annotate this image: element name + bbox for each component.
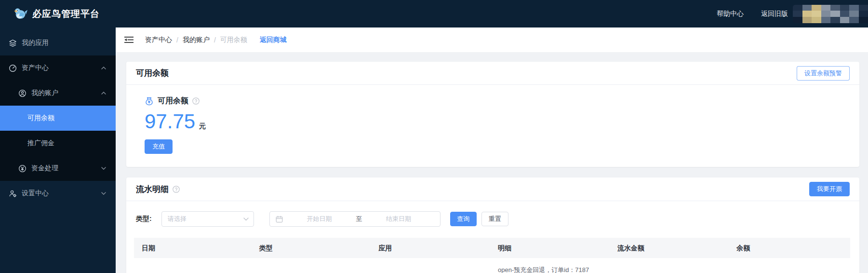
- start-date-placeholder: 开始日期: [283, 215, 356, 223]
- sidebar-item-label: 设置中心: [22, 189, 49, 198]
- sidebar-item-label: 推广佣金: [27, 139, 54, 148]
- help-center-link[interactable]: 帮助中心: [717, 10, 744, 18]
- column-header-detail: 明细: [492, 238, 612, 258]
- page-content: 可用余额 设置余额预警 可用余额: [116, 52, 868, 273]
- column-header-balance: 余额: [731, 238, 850, 258]
- cell-type: [254, 258, 373, 273]
- sidebar-item-my-apps[interactable]: 我的应用: [0, 30, 116, 55]
- calendar-icon: [276, 216, 283, 223]
- sidebar-item-settings-center[interactable]: 设置中心: [0, 181, 116, 206]
- chevron-down-icon: [243, 218, 249, 221]
- sidebar-item-label: 可用余额: [27, 114, 54, 123]
- app-title: 必应鸟管理平台: [32, 8, 100, 20]
- cell-detail: open-预充金回退，订单id：7187: [492, 258, 612, 273]
- user-gear-icon: [9, 190, 17, 198]
- table-header-row: 日期 类型 应用 明细 流水金额 余额: [134, 238, 850, 258]
- menu-fold-icon[interactable]: [124, 36, 134, 43]
- chevron-up-icon: [101, 92, 106, 95]
- logo-bird-icon: [13, 7, 28, 21]
- cell-app: [373, 258, 492, 273]
- statement-card-title: 流水明细: [136, 184, 169, 195]
- cell-balance: [731, 258, 850, 273]
- sidebar-item-fund-processing[interactable]: 资金处理: [0, 156, 116, 181]
- brand: 必应鸟管理平台: [13, 7, 100, 21]
- cell-date: [134, 258, 254, 273]
- query-button[interactable]: 查询: [450, 212, 477, 226]
- chevron-down-icon: [101, 192, 106, 195]
- recharge-button[interactable]: 充值: [145, 139, 173, 154]
- balance-label: 可用余额: [158, 96, 188, 106]
- request-invoice-button[interactable]: 我要开票: [809, 182, 850, 196]
- column-header-amount: 流水金额: [612, 238, 731, 258]
- help-question-icon[interactable]: [173, 186, 180, 193]
- end-date-placeholder: 结束日期: [362, 215, 435, 223]
- user-circle-icon: [18, 89, 27, 97]
- breadcrumb-my-account[interactable]: 我的账户: [183, 36, 210, 44]
- breadcrumb-separator: /: [176, 36, 178, 44]
- breadcrumb-bar: 资产中心 / 我的账户 / 可用余额 返回商城: [116, 27, 868, 52]
- select-placeholder: 请选择: [168, 215, 243, 223]
- balance-unit: 元: [199, 122, 206, 131]
- column-header-type: 类型: [254, 238, 373, 258]
- top-header: 必应鸟管理平台 帮助中心 返回旧版: [0, 0, 868, 27]
- column-header-date: 日期: [134, 238, 254, 258]
- date-range-picker[interactable]: 开始日期 至 结束日期: [269, 211, 441, 227]
- balance-card: 可用余额 设置余额预警 可用余额: [126, 62, 859, 167]
- breadcrumb-separator: /: [214, 36, 216, 44]
- help-question-icon[interactable]: [192, 97, 200, 105]
- date-range-separator: 至: [356, 215, 362, 223]
- sidebar-item-label: 资产中心: [22, 64, 49, 72]
- sidebar-item-promotion-commission[interactable]: 推广佣金: [0, 131, 116, 156]
- layers-icon: [9, 39, 17, 47]
- sidebar: 我的应用 资产中心 我的账户: [0, 27, 116, 273]
- yen-circle-icon: [18, 164, 27, 173]
- gauge-icon: [9, 64, 17, 72]
- statement-table: 日期 类型 应用 明细 流水金额 余额 open-预充金回退，订单id：7187: [134, 238, 850, 273]
- user-account-redacted[interactable]: [793, 5, 868, 23]
- breadcrumb-asset-center[interactable]: 资产中心: [145, 36, 172, 44]
- chevron-down-icon: [101, 167, 106, 170]
- set-balance-alert-button[interactable]: 设置余额预警: [797, 66, 850, 81]
- statement-card: 流水明细 我要开票 类型: 请选择: [126, 177, 859, 273]
- column-header-app: 应用: [373, 238, 492, 258]
- sidebar-item-asset-center[interactable]: 资产中心: [0, 55, 116, 81]
- sidebar-item-label: 我的账户: [31, 89, 58, 97]
- sidebar-item-available-balance[interactable]: 可用余额: [0, 106, 116, 131]
- return-old-version-link[interactable]: 返回旧版: [761, 10, 788, 18]
- chevron-up-icon: [101, 67, 106, 69]
- type-select[interactable]: 请选择: [161, 211, 254, 227]
- balance-card-title: 可用余额: [136, 68, 169, 79]
- type-filter-label: 类型:: [136, 215, 152, 223]
- money-bag-icon: [145, 96, 154, 106]
- sidebar-item-my-account[interactable]: 我的账户: [0, 81, 116, 106]
- filter-row: 类型: 请选择 开始日期 至: [126, 211, 859, 227]
- back-to-mall-link[interactable]: 返回商城: [260, 36, 287, 44]
- sidebar-item-label: 我的应用: [22, 39, 49, 47]
- reset-button[interactable]: 重置: [481, 212, 508, 226]
- table-row: open-预充金回退，订单id：7187: [134, 258, 850, 273]
- breadcrumb-current: 可用余额: [220, 36, 247, 44]
- balance-amount: 97.75: [145, 111, 195, 132]
- cell-amount: [612, 258, 731, 273]
- sidebar-item-label: 资金处理: [31, 164, 58, 173]
- asset-center-submenu: 资产中心 我的账户 可用余额 推广佣金: [0, 55, 116, 181]
